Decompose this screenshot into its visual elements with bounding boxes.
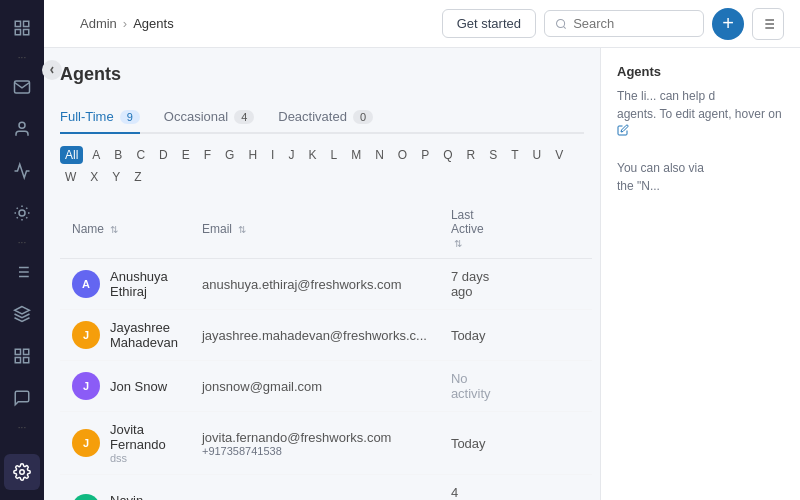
table-row: JJayashree Mahadevanjayashree.mahadevan@… [60,310,592,361]
svg-line-19 [563,26,565,28]
breadcrumb: Admin › Agents [80,16,430,31]
agent-last-active-cell: 4 months ago [439,475,506,501]
edit-button[interactable] [552,270,580,298]
alpha-btn-i[interactable]: I [266,146,279,164]
breadcrumb-admin[interactable]: Admin [80,16,117,31]
agent-last-active: No activity [451,371,494,401]
copy-button[interactable] [518,429,546,457]
sidebar-item-home[interactable] [4,10,40,46]
sidebar-item-bugs[interactable] [4,195,40,231]
alpha-btn-b[interactable]: B [109,146,127,164]
alpha-btn-q[interactable]: Q [438,146,457,164]
last-active-sort-icon: ⇅ [454,238,462,249]
alpha-btn-k[interactable]: K [303,146,321,164]
alpha-btn-p[interactable]: P [416,146,434,164]
content-area: Agents Full-Time 9 Occasional 4 Deactiva… [44,48,600,500]
main-area: Admin › Agents Get started + Agents [44,0,800,500]
table-row: NNavin Kumar Ssidharth.prasad@freshworks… [60,475,592,501]
sidebar-divider3: ··· [18,422,26,433]
alpha-btn-n[interactable]: N [370,146,389,164]
tab-full-time-count: 9 [120,110,140,124]
col-email[interactable]: Email ⇅ [190,200,439,259]
svg-rect-16 [24,358,29,363]
alpha-btn-u[interactable]: U [528,146,547,164]
sidebar-item-settings[interactable] [4,454,40,490]
agent-last-active: Today [451,436,494,451]
col-name[interactable]: Name ⇅ [60,200,190,259]
breadcrumb-current: Agents [133,16,173,31]
tab-full-time[interactable]: Full-Time 9 [60,101,140,134]
search-box[interactable] [544,10,704,37]
alpha-btn-e[interactable]: E [177,146,195,164]
alpha-btn-x[interactable]: X [85,168,103,186]
agent-email-cell: sidharth.prasad@freshworks.com [190,475,439,501]
svg-rect-1 [24,21,29,26]
alpha-btn-d[interactable]: D [154,146,173,164]
agent-name: Jon Snow [110,379,167,394]
add-button[interactable]: + [712,8,744,40]
search-icon [555,17,567,31]
copy-button[interactable] [518,321,546,349]
agent-last-active: 7 days ago [451,269,494,299]
agent-phone: +917358741538 [202,445,427,457]
alpha-btn-o[interactable]: O [393,146,412,164]
alpha-btn-l[interactable]: L [325,146,342,164]
svg-rect-29 [530,442,537,449]
agent-actions-cell [506,259,592,310]
agent-last-active: 4 months ago [451,485,494,500]
alpha-btn-j[interactable]: J [283,146,299,164]
alpha-btn-y[interactable]: Y [107,168,125,186]
alpha-btn-w[interactable]: W [60,168,81,186]
sidebar-item-chat[interactable] [4,380,40,416]
svg-rect-0 [15,21,20,26]
edit-button[interactable] [552,321,580,349]
tabs-bar: Full-Time 9 Occasional 4 Deactivated 0 [60,101,584,134]
avatar: N [72,494,100,501]
alpha-btn-f[interactable]: F [199,146,216,164]
agent-name: Jayashree Mahadevan [110,320,178,350]
copy-button[interactable] [518,494,546,501]
svg-rect-3 [24,30,29,35]
edit-button[interactable] [552,494,580,501]
svg-rect-2 [15,30,20,35]
sidebar-item-reports[interactable] [4,153,40,189]
alphabet-filter: AllABCDEFGHIJKLMNOPQRSTUVWXYZ [60,146,584,186]
agent-actions-cell [506,310,592,361]
tab-deactivated[interactable]: Deactivated 0 [278,101,373,134]
alpha-btn-s[interactable]: S [484,146,502,164]
alpha-btn-a[interactable]: A [87,146,105,164]
alpha-btn-c[interactable]: C [131,146,150,164]
sidebar-item-inbox[interactable] [4,69,40,105]
svg-point-17 [20,470,25,475]
agent-last-active-cell: No activity [439,361,506,412]
alpha-btn-t[interactable]: T [506,146,523,164]
agent-actions-cell [506,412,592,475]
sidebar-item-grid[interactable] [4,338,40,374]
sidebar-item-list[interactable] [4,254,40,290]
svg-rect-13 [15,349,20,354]
col-last-active[interactable]: Last Active ⇅ [439,200,506,259]
get-started-button[interactable]: Get started [442,9,536,38]
edit-button[interactable] [552,372,580,400]
top-header: Admin › Agents Get started + [44,0,800,48]
alpha-btn-r[interactable]: R [462,146,481,164]
copy-button[interactable] [518,270,546,298]
alpha-btn-v[interactable]: V [550,146,568,164]
tab-occasional-label: Occasional [164,109,228,124]
list-view-button[interactable] [752,8,784,40]
info-panel-text: The li... can help dagents. To edit agen… [617,87,784,195]
copy-button[interactable] [518,372,546,400]
alpha-btn-m[interactable]: M [346,146,366,164]
col-actions [506,200,592,259]
alpha-btn-z[interactable]: Z [129,168,146,186]
alpha-btn-h[interactable]: H [243,146,262,164]
sidebar-item-contacts[interactable] [4,111,40,147]
alpha-btn-all[interactable]: All [60,146,83,164]
search-input[interactable] [573,16,693,31]
agent-actions-cell [506,361,592,412]
avatar: J [72,372,100,400]
tab-occasional[interactable]: Occasional 4 [164,101,254,134]
sidebar-item-layers[interactable] [4,296,40,332]
edit-button[interactable] [552,429,580,457]
alpha-btn-g[interactable]: G [220,146,239,164]
